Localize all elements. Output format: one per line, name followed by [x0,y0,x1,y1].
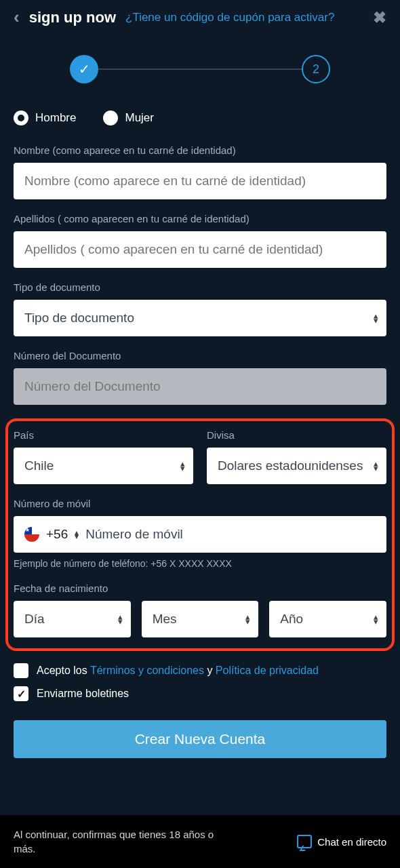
radio-icon [103,111,118,125]
radio-icon [14,111,28,125]
mobile-input-row[interactable]: +56 ▴▾ Número de móvil [14,516,386,553]
currency-select[interactable]: Dolares estadounidenses ▴▾ [207,448,386,484]
page-title: sign up now [29,9,116,26]
terms-checkbox-row[interactable]: Acepto los Términos y condiciones y Polí… [14,663,386,678]
currency-label: Divisa [207,429,386,441]
gender-female-label: Mujer [125,111,154,125]
dob-month-value: Mes [153,612,248,627]
step-2-current: 2 [302,55,330,83]
newsletter-label: Enviarme boletines [37,688,129,700]
check-icon: ✓ [79,61,90,77]
surname-input[interactable] [14,231,386,268]
name-input[interactable] [14,163,386,199]
gender-radio-group: Hombre Mujer [14,111,386,125]
flag-chile-icon [24,527,39,542]
step-line [98,68,302,70]
mobile-placeholder: Número de móvil [85,527,183,542]
coupon-link[interactable]: ¿Tiene un código de cupón para activar? [125,11,363,24]
doc-type-value: Tipo de documento [24,311,376,326]
doc-type-select[interactable]: Tipo de documento ▴▾ [14,300,386,336]
highlighted-section: País Chile ▴▾ Divisa Dolares estadounide… [5,418,395,651]
country-value: Chile [24,458,182,473]
back-icon[interactable]: ‹ [14,7,20,28]
privacy-link[interactable]: Política de privacidad [216,665,319,676]
select-arrows-icon: ▴▾ [75,530,79,538]
newsletter-checkbox-row[interactable]: Enviarme boletines [14,686,386,701]
dob-month-select[interactable]: Mes ▴▾ [142,601,259,637]
checkbox-checked-icon [14,686,28,701]
live-chat-button[interactable]: Chat en directo [297,835,386,848]
gender-male-option[interactable]: Hombre [14,111,76,125]
chat-label: Chat en directo [317,836,386,848]
dob-day-value: Día [24,612,120,627]
dob-year-value: Año [280,612,376,627]
gender-male-label: Hombre [35,111,76,125]
header: ‹ sign up now ¿Tiene un código de cupón … [0,0,400,35]
mobile-label: Número de móvil [14,498,386,509]
mobile-hint: Ejemplo de número de teléfono: +56 X XXX… [14,558,386,569]
doc-type-label: Tipo de documento [14,281,386,293]
terms-link[interactable]: Términos y condiciones [90,665,204,676]
dial-code: +56 [46,527,68,542]
checkbox-icon [14,663,28,678]
dob-label: Fecha de nacimiento [14,583,386,594]
name-label: Nombre (como aparece en tu carné de iden… [14,144,386,156]
step-1-done: ✓ [70,55,98,83]
gender-female-option[interactable]: Mujer [103,111,154,125]
doc-number-label: Número del Documento [14,350,386,361]
terms-text: Acepto los Términos y condiciones y Polí… [37,665,319,677]
surname-label: Apellidos ( como aparecen en tu carné de… [14,213,386,224]
country-select[interactable]: Chile ▴▾ [14,448,193,484]
country-label: País [14,429,193,441]
dob-year-select[interactable]: Año ▴▾ [269,601,386,637]
currency-value: Dolares estadounidenses [218,458,376,473]
age-confirmation-text: Al continuar, confirmas que tienes 18 añ… [14,827,237,856]
stepper: ✓ 2 [0,35,400,111]
create-account-button[interactable]: Crear Nueva Cuenta [14,720,386,758]
dob-day-select[interactable]: Día ▴▾ [14,601,131,637]
chat-icon [297,835,312,848]
footer: Al continuar, confirmas que tienes 18 añ… [0,815,400,868]
doc-number-input[interactable] [14,368,386,405]
close-icon[interactable]: ✖ [373,8,386,27]
